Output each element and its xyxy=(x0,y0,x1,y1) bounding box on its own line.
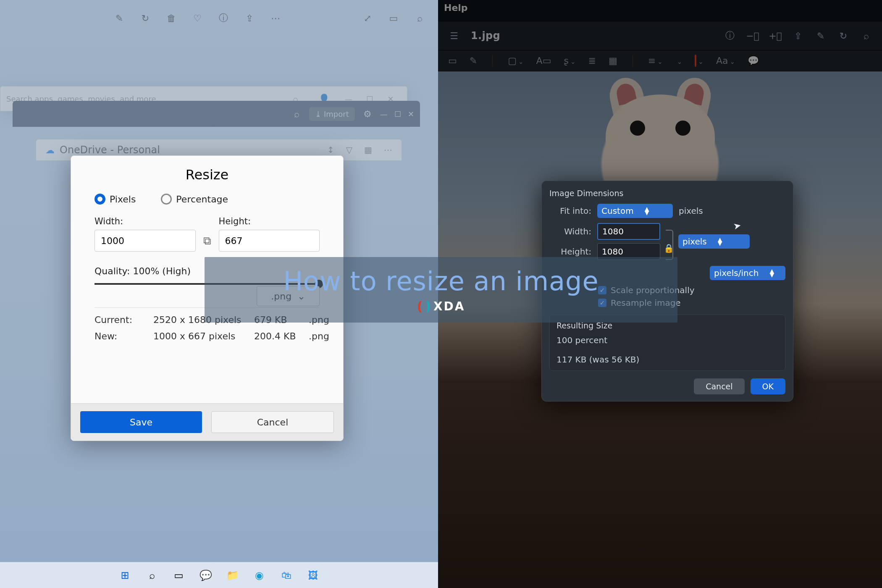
share-icon[interactable]: ⇪ xyxy=(792,30,804,42)
radio-pixels-label: Pixels xyxy=(110,194,136,205)
radio-dot-icon xyxy=(161,194,172,205)
sign-tool-icon[interactable]: ʂ xyxy=(564,55,575,66)
info-icon[interactable]: ⓘ xyxy=(724,30,736,42)
fit-into-unit: pixels xyxy=(679,206,703,216)
xda-logo: ( ) XDA xyxy=(417,299,465,314)
more-icon[interactable]: ⋯ xyxy=(270,12,281,24)
ok-button[interactable]: OK xyxy=(751,378,785,394)
import-button[interactable]: ⤓ Import xyxy=(309,107,354,121)
photos-toolbar: ✎ ↻ 🗑 ♡ ⓘ ⇪ ⋯ ⤢ ▭ ⌕ xyxy=(113,8,425,29)
select-tool-icon[interactable]: ▭ xyxy=(448,55,457,66)
import-label: Import xyxy=(324,110,349,118)
cancel-button[interactable]: Cancel xyxy=(694,378,744,394)
quality-label: Quality: 100% (High) xyxy=(94,266,191,276)
width-input[interactable] xyxy=(94,230,196,252)
width-label: Width: xyxy=(549,226,591,236)
file-title: 1.jpg xyxy=(471,30,500,42)
bracket-left-icon: ( xyxy=(417,299,423,314)
edge-icon[interactable]: ◉ xyxy=(251,567,268,584)
close-button[interactable]: ✕ xyxy=(408,110,414,118)
crop-tool-icon[interactable]: ▦ xyxy=(609,55,617,66)
updown-icon: ▲▼ xyxy=(645,207,649,215)
start-icon[interactable]: ⊞ xyxy=(117,567,134,584)
radio-dot-icon xyxy=(94,194,105,205)
current-label: Current: xyxy=(94,315,153,325)
zoom-out-icon[interactable]: −⃝ xyxy=(747,30,759,42)
text-tool-icon[interactable]: A▭ xyxy=(536,55,551,66)
result-filesize: 117 KB (was 56 KB) xyxy=(556,354,778,365)
grid-icon[interactable]: ▦ xyxy=(364,145,372,155)
filter-icon[interactable]: ▽ xyxy=(346,145,352,155)
shapes-tool-icon[interactable]: ▢ xyxy=(508,55,523,66)
save-button[interactable]: Save xyxy=(80,411,202,433)
fit-into-value: Custom xyxy=(601,206,634,216)
maximize-button[interactable]: ☐ xyxy=(394,110,401,118)
unit-select[interactable]: pixels ▲▼ xyxy=(678,234,750,249)
taskview-icon[interactable]: ▭ xyxy=(171,567,187,584)
headline-text: How to resize an image xyxy=(283,266,598,297)
note-tool-icon[interactable]: ≣ xyxy=(588,55,596,66)
cancel-button[interactable]: Cancel xyxy=(211,411,334,433)
cloud-icon: ☁ xyxy=(45,145,55,155)
resulting-size-panel: Resulting Size 100 percent 117 KB (was 5… xyxy=(549,315,785,371)
edit-icon[interactable]: ✎ xyxy=(113,12,125,24)
rotate-icon[interactable]: ↻ xyxy=(837,30,849,42)
article-headline-overlay: How to resize an image ( ) XDA xyxy=(205,257,677,323)
stroke-tool-icon[interactable]: ≡ xyxy=(648,55,663,66)
zoom-in-icon[interactable]: +⃝ xyxy=(769,30,781,42)
import-icon: ⤓ xyxy=(315,110,324,118)
unit-radio-group: Pixels Percentage xyxy=(94,194,320,205)
search-icon[interactable]: ⌕ xyxy=(144,567,160,584)
expand-icon[interactable]: ⤢ xyxy=(362,12,373,24)
photos-icon[interactable]: 🖼 xyxy=(305,567,322,584)
onedrive-label[interactable]: OneDrive - Personal xyxy=(60,144,160,156)
section-image-dimensions: Image Dimensions xyxy=(549,189,785,198)
bracket-right-icon: ) xyxy=(425,299,431,314)
new-dimensions: 1000 x 667 pixels xyxy=(153,331,254,341)
info-icon[interactable]: ⓘ xyxy=(218,12,229,24)
lock-icon[interactable]: 🔒 xyxy=(664,243,674,253)
cat-illustration xyxy=(606,94,715,178)
new-extension: .png xyxy=(309,331,338,341)
resolution-unit-select[interactable]: pixels/inch ▲▼ xyxy=(710,266,785,280)
width-input[interactable] xyxy=(597,223,660,240)
link-icon[interactable]: ⧉ xyxy=(203,234,211,247)
minimize-button[interactable]: — xyxy=(380,110,388,118)
delete-icon[interactable]: 🗑 xyxy=(165,12,177,24)
result-percent: 100 percent xyxy=(556,335,778,345)
zoom-icon[interactable]: ⌕ xyxy=(414,12,425,24)
sort-icon[interactable]: ↕ xyxy=(327,145,334,155)
font-tool-icon[interactable]: Aa xyxy=(716,55,735,66)
sidebar-icon[interactable]: ☰ xyxy=(448,30,460,42)
height-input[interactable] xyxy=(219,230,320,252)
annotate-tool-icon[interactable]: 💬 xyxy=(748,55,759,66)
settings-icon[interactable]: ⚙ xyxy=(362,108,373,120)
new-filesize: 200.4 KB xyxy=(254,331,309,341)
menu-help[interactable]: Help xyxy=(444,3,468,13)
fit-into-select[interactable]: Custom ▲▼ xyxy=(597,204,673,218)
store-icon[interactable]: 🛍 xyxy=(278,567,295,584)
share-icon[interactable]: ⇪ xyxy=(244,12,255,24)
stroke-color-picker[interactable] xyxy=(695,55,704,66)
search-icon[interactable]: ⌕ xyxy=(860,30,872,42)
rotate-icon[interactable]: ↻ xyxy=(139,12,151,24)
chat-icon[interactable]: 💬 xyxy=(197,567,214,584)
lasso-tool-icon[interactable]: ✎ xyxy=(470,55,477,66)
unit-value: pixels xyxy=(682,236,707,247)
explorer-icon[interactable]: 📁 xyxy=(224,567,241,584)
favorite-icon[interactable]: ♡ xyxy=(192,12,203,24)
new-label: New: xyxy=(94,331,153,341)
xda-text: XDA xyxy=(433,299,465,313)
preview-titlebar: ☰ 1.jpg ⓘ −⃝ +⃝ ⇪ ✎ ↻ ⌕ xyxy=(438,21,882,50)
radio-pixels[interactable]: Pixels xyxy=(94,194,136,205)
updown-icon: ▲▼ xyxy=(769,269,774,277)
markup-icon[interactable]: ✎ xyxy=(815,30,827,42)
fit-into-label: Fit into: xyxy=(549,206,591,216)
radio-percentage[interactable]: Percentage xyxy=(161,194,228,205)
height-label: Height: xyxy=(549,247,591,257)
markup-toolbar: ▭ ✎ ▢ A▭ ʂ ≣ ▦ ≡ Aa 💬 xyxy=(438,50,882,71)
fill-color-picker[interactable] xyxy=(675,55,682,66)
filmstrip-icon[interactable]: ▭ xyxy=(388,12,399,24)
search-icon[interactable]: ⌕ xyxy=(291,108,302,120)
more-icon[interactable]: ⋯ xyxy=(384,145,392,155)
